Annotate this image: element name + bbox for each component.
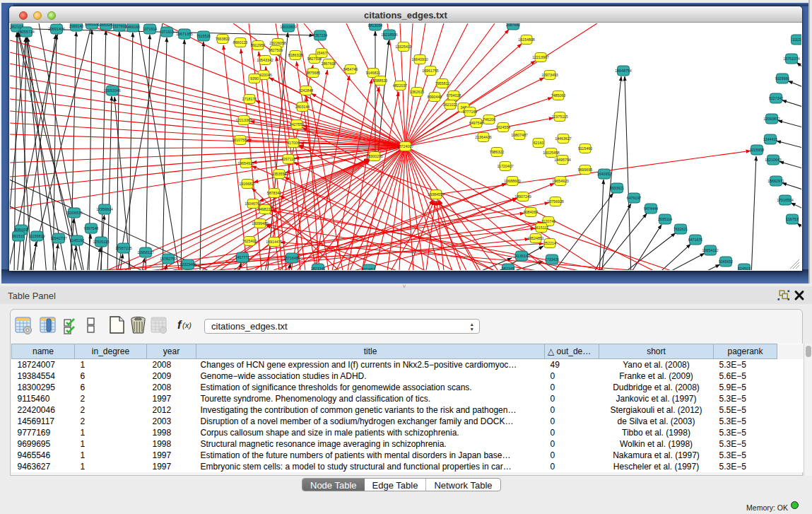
svg-text:16914479: 16914479 (266, 240, 283, 244)
svg-text:17359924: 17359924 (96, 207, 113, 211)
svg-text:1527602: 1527602 (112, 24, 127, 28)
svg-text:4822037: 4822037 (393, 83, 408, 88)
svg-text:10973493: 10973493 (541, 73, 558, 77)
svg-text:12213967: 12213967 (532, 55, 549, 59)
svg-text:1615112: 1615112 (534, 226, 548, 230)
svg-text:982345: 982345 (502, 267, 514, 270)
svg-text:62160: 62160 (534, 141, 544, 145)
svg-text:15692971: 15692971 (767, 179, 784, 183)
svg-text:1071913: 1071913 (160, 30, 175, 34)
svg-text:12323466: 12323466 (180, 262, 196, 267)
svg-text:8427552: 8427552 (290, 122, 305, 127)
svg-text:21364436: 21364436 (475, 135, 492, 139)
svg-text:7485063: 7485063 (551, 93, 566, 98)
svg-text:9115460: 9115460 (578, 146, 592, 151)
svg-text:13325419: 13325419 (395, 45, 412, 49)
svg-text:14055714: 14055714 (18, 30, 35, 34)
svg-text:8813054: 8813054 (368, 23, 383, 28)
svg-text:11156819: 11156819 (29, 234, 45, 238)
svg-text:7955812: 7955812 (435, 81, 450, 86)
svg-text:8912957: 8912957 (251, 43, 266, 47)
svg-text:8471676: 8471676 (688, 238, 703, 242)
svg-text:9474444: 9474444 (644, 206, 659, 211)
svg-text:10543342: 10543342 (257, 58, 273, 62)
svg-text:f: f (177, 319, 182, 331)
svg-text:16107552: 16107552 (232, 138, 249, 142)
svg-text:8933921: 8933921 (610, 186, 625, 190)
svg-text:12375115: 12375115 (551, 115, 567, 119)
svg-text:12093872: 12093872 (763, 117, 780, 121)
svg-text:8454749: 8454749 (343, 67, 358, 71)
svg-text:1071914: 1071914 (143, 27, 158, 31)
svg-text:9245652: 9245652 (719, 259, 734, 264)
svg-text:5878342: 5878342 (267, 191, 282, 195)
svg-text:12942737: 12942737 (50, 236, 67, 240)
svg-text:2087682: 2087682 (506, 23, 521, 27)
svg-text:3267110: 3267110 (281, 157, 295, 161)
svg-text:19671355: 19671355 (176, 32, 193, 36)
svg-text:16640910: 16640910 (411, 57, 428, 62)
svg-text:1145193: 1145193 (70, 238, 84, 243)
svg-text:3875685: 3875685 (306, 71, 321, 75)
svg-text:19384554: 19384554 (428, 192, 445, 197)
svg-text:10025458: 10025458 (543, 151, 560, 155)
svg-text:1362615: 1362615 (410, 90, 425, 94)
svg-text:20691406: 20691406 (48, 27, 65, 31)
svg-text:(x): (x) (182, 321, 192, 329)
svg-text:16099489: 16099489 (252, 221, 269, 226)
svg-text:6497548: 6497548 (469, 121, 484, 125)
svg-text:10756928: 10756928 (547, 199, 564, 204)
svg-text:116753: 116753 (786, 217, 798, 221)
svg-text:7632621: 7632621 (673, 227, 688, 231)
svg-text:9390: 9390 (250, 76, 259, 81)
svg-text:6479197: 6479197 (627, 196, 642, 200)
svg-text:9242848: 9242848 (299, 88, 314, 93)
svg-text:7986322: 7986322 (490, 150, 505, 154)
svg-text:1640952: 1640952 (597, 172, 612, 176)
svg-text:8186328: 8186328 (288, 53, 303, 57)
svg-text:18907249: 18907249 (514, 194, 531, 199)
svg-text:12213363: 12213363 (235, 118, 252, 122)
svg-text:11720407: 11720407 (497, 164, 513, 168)
svg-text:14136141: 14136141 (513, 254, 530, 258)
svg-text:252214: 252214 (543, 241, 556, 245)
svg-text:9498222: 9498222 (258, 207, 273, 211)
svg-text:15716485: 15716485 (283, 256, 300, 260)
svg-text:9827509: 9827509 (269, 48, 283, 52)
svg-text:1621022: 1621022 (443, 103, 458, 107)
svg-text:16154808: 16154808 (518, 37, 535, 42)
svg-text:16782759: 16782759 (160, 257, 177, 261)
svg-text:19654925: 19654925 (237, 161, 254, 165)
svg-text:9699695: 9699695 (578, 168, 593, 172)
svg-text:14463627: 14463627 (555, 136, 572, 141)
svg-text:10958127: 10958127 (137, 250, 154, 255)
svg-text:15467: 15467 (317, 51, 327, 55)
svg-text:19524851: 19524851 (527, 236, 544, 240)
svg-text:20206535: 20206535 (66, 211, 83, 215)
svg-text:8990443: 8990443 (428, 95, 442, 99)
svg-text:1624554: 1624554 (496, 125, 511, 129)
svg-text:3215958: 3215958 (750, 148, 765, 152)
svg-text:16961755: 16961755 (422, 69, 439, 73)
svg-text:9777169: 9777169 (463, 110, 478, 114)
svg-text:15751074: 15751074 (783, 57, 800, 61)
svg-text:18724007: 18724007 (397, 144, 414, 148)
svg-text:7625402: 7625402 (242, 239, 257, 243)
svg-text:417006: 417006 (287, 141, 300, 145)
svg-text:7357234: 7357234 (313, 33, 328, 37)
svg-text:10807487: 10807487 (511, 133, 528, 137)
svg-text:2867608: 2867608 (322, 62, 336, 66)
svg-text:6794028: 6794028 (447, 93, 461, 98)
svg-text:9329966: 9329966 (775, 76, 790, 81)
svg-text:924501: 924501 (738, 267, 751, 270)
svg-text:19654923: 19654923 (552, 179, 569, 183)
svg-text:19218596: 19218596 (381, 33, 398, 37)
svg-text:20053346: 20053346 (104, 88, 121, 93)
svg-text:16648754: 16648754 (615, 69, 632, 73)
svg-text:2935114: 2935114 (658, 217, 672, 221)
svg-text:1588520: 1588520 (373, 78, 388, 83)
svg-text:972451: 972451 (363, 267, 375, 270)
svg-text:9457771: 9457771 (235, 255, 250, 259)
svg-text:14495794: 14495794 (554, 158, 571, 162)
svg-text:15046768: 15046768 (245, 201, 261, 206)
